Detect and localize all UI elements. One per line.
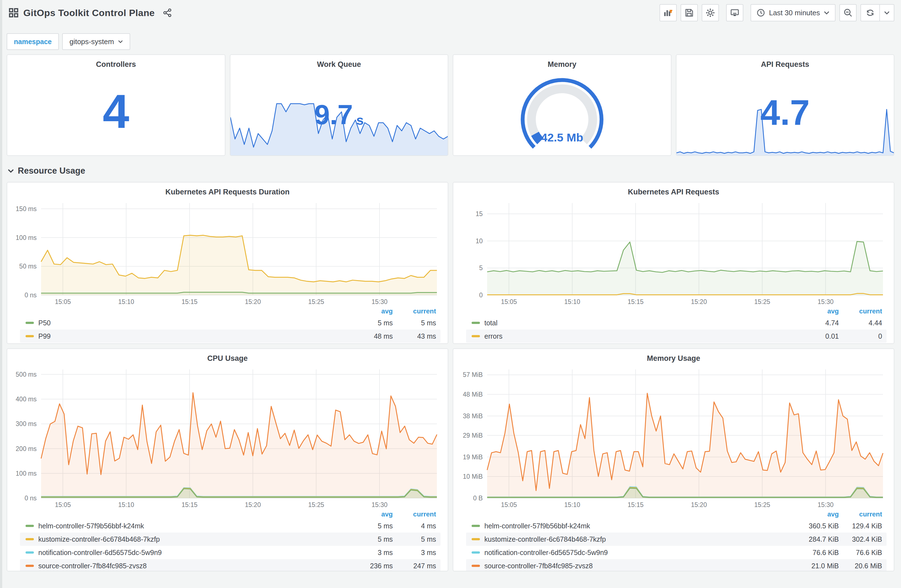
chart-row-2: CPU Usage 500 ms400 ms300 ms200 ms100 ms… [7, 348, 894, 571]
svg-text:0 ns: 0 ns [25, 495, 37, 502]
settings-button[interactable] [702, 4, 719, 21]
series-toggle[interactable]: helm-controller-57f9b56bbf-k24mk [38, 522, 345, 530]
series-toggle[interactable]: source-controller-7fb84fc985-zvsz8 [484, 562, 791, 570]
chart-legend: avgcurrenttotal4.744.44errors0.010 [466, 306, 887, 343]
panel-k8s-api-duration: Kubernetes API Requests Duration 150 ms1… [7, 182, 448, 344]
svg-text:15:30: 15:30 [817, 501, 834, 509]
series-color-dash-icon [472, 525, 480, 527]
cpu-usage-chart[interactable]: 500 ms400 ms300 ms200 ms100 ms0 ns15:051… [14, 364, 441, 509]
svg-text:15:15: 15:15 [182, 298, 198, 305]
series-toggle[interactable]: helm-controller-57f9b56bbf-k24mk [484, 522, 791, 530]
legend-sort-avg[interactable]: avg [791, 307, 839, 315]
series-toggle[interactable]: notification-controller-6d56575dc-5w9n9 [484, 549, 791, 557]
svg-text:15:15: 15:15 [628, 501, 644, 509]
panel-title[interactable]: Kubernetes API Requests Duration [14, 182, 441, 198]
template-variables-row: namespace gitops-system [7, 33, 894, 50]
series-toggle[interactable]: total [484, 319, 791, 327]
svg-text:15:05: 15:05 [501, 298, 517, 305]
svg-text:5: 5 [479, 264, 483, 272]
series-avg-value: 4.74 [791, 319, 839, 327]
legend-row: helm-controller-57f9b56bbf-k24mk5 ms4 ms [20, 519, 441, 532]
series-color-dash-icon [25, 538, 34, 540]
series-avg-value: 76.6 KiB [791, 549, 839, 557]
svg-text:15:10: 15:10 [118, 501, 134, 509]
series-current-value: 247 ms [393, 562, 436, 570]
panel-title[interactable]: Memory Usage [460, 349, 887, 364]
series-toggle[interactable]: notification-controller-6d56575dc-5w9n9 [38, 549, 345, 557]
series-avg-value: 236 ms [345, 562, 393, 570]
cycle-view-mode-button[interactable] [726, 4, 744, 21]
series-avg-value: 5 ms [345, 535, 393, 543]
chart-legend: avgcurrenthelm-controller-57f9b56bbf-k24… [20, 509, 441, 571]
panel-title[interactable]: Kubernetes API Requests [460, 182, 887, 198]
series-color-dash-icon [25, 565, 34, 567]
panel-title[interactable]: Memory [453, 55, 671, 70]
legend-sort-current[interactable]: current [839, 510, 882, 518]
legend-sort-current[interactable]: current [393, 307, 436, 315]
series-current-value: 4.44 [839, 319, 882, 327]
legend-row: source-controller-7fb84fc985-zvsz821.0 M… [466, 559, 887, 571]
legend-sort-current[interactable]: current [393, 510, 436, 518]
svg-text:38 MiB: 38 MiB [463, 412, 483, 420]
svg-text:10: 10 [475, 237, 483, 245]
svg-text:0 ns: 0 ns [25, 291, 37, 299]
svg-text:0: 0 [479, 291, 483, 299]
svg-text:150 ms: 150 ms [16, 205, 37, 212]
legend-row: kustomize-controller-6c6784b468-7kzfp284… [466, 532, 887, 546]
svg-text:15:20: 15:20 [245, 298, 261, 305]
series-color-dash-icon [25, 551, 34, 554]
legend-row: source-controller-7fb84fc985-zvsz8236 ms… [20, 559, 441, 571]
series-toggle[interactable]: P99 [38, 332, 345, 340]
refresh-button[interactable] [861, 5, 880, 21]
series-current-value: 4 ms [393, 522, 436, 530]
legend-sort-avg[interactable]: avg [345, 307, 393, 315]
panel-cpu-usage: CPU Usage 500 ms400 ms300 ms200 ms100 ms… [7, 348, 448, 571]
memory-gauge[interactable]: 42.5 Mb [453, 55, 671, 155]
time-range-picker[interactable]: Last 30 minutes [751, 4, 836, 21]
memory-usage-chart[interactable]: 57 MiB48 MiB38 MiB29 MiB19 MiB10 MiB0 B1… [460, 364, 887, 509]
page-title: GitOps Toolkit Control Plane [23, 8, 154, 18]
svg-text:15:25: 15:25 [308, 501, 324, 509]
chevron-down-icon [8, 169, 14, 173]
panel-title[interactable]: Work Queue [231, 55, 448, 70]
svg-text:15:15: 15:15 [628, 298, 644, 305]
add-panel-button[interactable] [659, 4, 677, 21]
refresh-interval-dropdown[interactable] [880, 5, 894, 21]
series-current-value: 3 ms [393, 549, 436, 557]
svg-text:15:05: 15:05 [55, 298, 71, 305]
time-range-label: Last 30 minutes [769, 9, 820, 17]
refresh-control [860, 4, 894, 21]
svg-text:57 MiB: 57 MiB [463, 371, 483, 378]
panel-title[interactable]: Controllers [7, 55, 225, 70]
series-toggle[interactable]: P50 [38, 319, 345, 327]
panel-memory-gauge: Memory 42.5 Mb [453, 54, 672, 156]
series-current-value: 5 ms [393, 319, 436, 327]
legend-header: avgcurrent [20, 509, 441, 519]
save-button[interactable] [681, 4, 698, 21]
svg-text:15:25: 15:25 [754, 501, 770, 509]
legend-sort-current[interactable]: current [839, 307, 882, 315]
zoom-out-button[interactable] [839, 4, 857, 21]
series-toggle[interactable]: kustomize-controller-6c6784b468-7kzfp [484, 535, 791, 543]
window-edge [0, 0, 2, 588]
k8s-api-requests-chart[interactable]: 15105015:0515:1015:1515:2015:2515:30 [460, 198, 887, 306]
series-toggle[interactable]: source-controller-7fb84fc985-zvsz8 [38, 562, 345, 570]
series-avg-value: 0.01 [791, 332, 839, 340]
legend-row: P505 ms5 ms [20, 316, 441, 330]
section-title: Resource Usage [18, 166, 85, 176]
section-resource-usage[interactable]: Resource Usage [8, 165, 894, 177]
variable-value-dropdown[interactable]: gitops-system [62, 33, 130, 50]
panel-title[interactable]: CPU Usage [14, 349, 441, 364]
legend-sort-avg[interactable]: avg [791, 510, 839, 518]
svg-text:200 ms: 200 ms [16, 445, 37, 453]
panel-title[interactable]: API Requests [677, 55, 894, 70]
legend-sort-avg[interactable]: avg [345, 510, 393, 518]
series-toggle[interactable]: kustomize-controller-6c6784b468-7kzfp [38, 535, 345, 543]
series-toggle[interactable]: errors [484, 332, 791, 340]
share-icon[interactable] [163, 8, 172, 17]
variable-label: namespace [7, 33, 59, 50]
series-avg-value: 284.7 KiB [791, 535, 839, 543]
svg-text:15:10: 15:10 [118, 298, 134, 305]
k8s-api-duration-chart[interactable]: 150 ms100 ms50 ms0 ns15:0515:1015:1515:2… [14, 198, 441, 306]
series-color-dash-icon [472, 335, 480, 337]
